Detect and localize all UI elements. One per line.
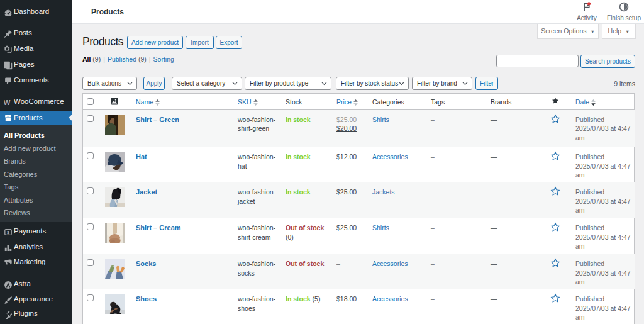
svg-text:$: $ xyxy=(7,230,9,235)
svg-text:W: W xyxy=(4,99,11,106)
